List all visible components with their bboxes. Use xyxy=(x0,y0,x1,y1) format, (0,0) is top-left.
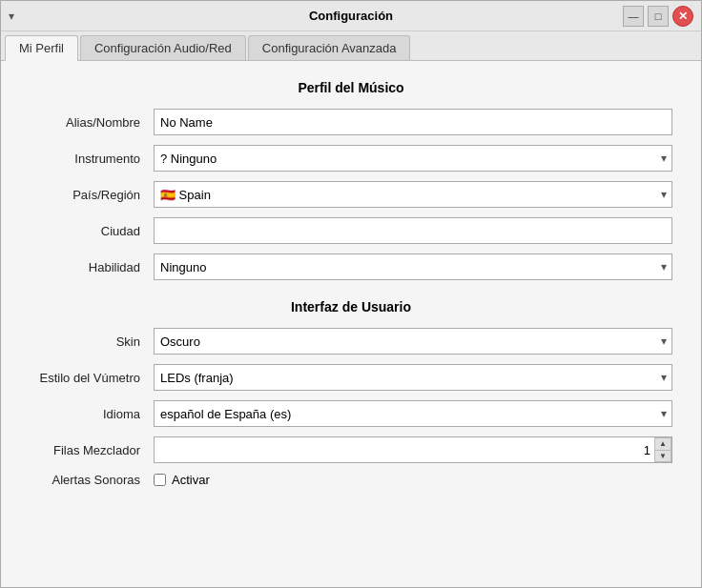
skin-select[interactable]: Oscuro xyxy=(154,328,672,355)
skin-label: Skin xyxy=(30,335,154,349)
alertas-label: Alertas Sonoras xyxy=(30,473,154,487)
skin-select-wrapper: Oscuro xyxy=(154,328,672,355)
close-button[interactable]: ✕ xyxy=(672,6,693,27)
perfil-section-title: Perfil del Músico xyxy=(30,80,672,95)
filas-input[interactable] xyxy=(154,436,672,463)
window-controls: — □ ✕ xyxy=(623,6,693,27)
ciudad-group: Ciudad xyxy=(30,217,672,244)
estilo-label: Estilo del Vúmetro xyxy=(30,371,154,385)
instrumento-select-wrapper: ? Ninguno xyxy=(154,145,672,172)
tab-mi-perfil[interactable]: Mi Perfil xyxy=(5,35,78,61)
tab-avanzada[interactable]: Configuración Avanzada xyxy=(248,35,411,60)
pais-label: País/Región xyxy=(30,188,154,202)
idioma-select[interactable]: español de España (es) xyxy=(154,400,672,427)
filas-spinner-buttons: ▲ ▼ xyxy=(654,437,671,462)
tab-audio-red[interactable]: Configuración Audio/Red xyxy=(80,35,246,60)
habilidad-select[interactable]: Ninguno xyxy=(154,253,672,280)
estilo-group: Estilo del Vúmetro LEDs (franja) xyxy=(30,364,672,391)
alertas-checkbox[interactable] xyxy=(154,474,166,486)
instrumento-label: Instrumento xyxy=(30,152,154,166)
alias-input[interactable] xyxy=(154,109,672,135)
filas-group: Filas Mezclador ▲ ▼ xyxy=(30,436,672,463)
maximize-button[interactable]: □ xyxy=(648,6,669,27)
idioma-label: Idioma xyxy=(30,407,154,421)
habilidad-group: Habilidad Ninguno xyxy=(30,253,672,280)
menu-chevron-icon[interactable]: ▾ xyxy=(9,10,14,23)
ciudad-label: Ciudad xyxy=(30,224,154,238)
estilo-select-wrapper: LEDs (franja) xyxy=(154,364,672,391)
instrumento-group: Instrumento ? Ninguno xyxy=(30,145,672,172)
window-title: Configuración xyxy=(309,9,393,23)
filas-label: Filas Mezclador xyxy=(30,443,154,457)
alias-label: Alias/Nombre xyxy=(30,115,154,130)
window: ▾ Configuración — □ ✕ Mi Perfil Configur… xyxy=(0,0,702,588)
titlebar-left: ▾ xyxy=(9,10,14,23)
pais-select[interactable]: 🇪🇸 Spain xyxy=(154,181,672,208)
titlebar: ▾ Configuración — □ ✕ xyxy=(1,1,701,31)
content-area: Perfil del Músico Alias/Nombre Instrumen… xyxy=(1,61,701,587)
alertas-group: Alertas Sonoras Activar xyxy=(30,473,672,487)
pais-select-wrapper: 🇪🇸 Spain xyxy=(154,181,672,208)
alias-group: Alias/Nombre xyxy=(30,109,672,135)
idioma-group: Idioma español de España (es) xyxy=(30,400,672,427)
habilidad-label: Habilidad xyxy=(30,260,154,274)
instrumento-select[interactable]: ? Ninguno xyxy=(154,145,672,172)
tab-bar: Mi Perfil Configuración Audio/Red Config… xyxy=(1,31,701,61)
ciudad-input[interactable] xyxy=(154,217,672,244)
filas-decrement-button[interactable]: ▼ xyxy=(654,450,671,462)
alertas-checkbox-wrapper: Activar xyxy=(154,473,210,487)
filas-increment-button[interactable]: ▲ xyxy=(654,437,671,450)
estilo-select[interactable]: LEDs (franja) xyxy=(154,364,672,391)
interfaz-section-title: Interfaz de Usuario xyxy=(30,299,672,314)
filas-spinner-wrapper: ▲ ▼ xyxy=(154,436,672,463)
alertas-checkbox-label: Activar xyxy=(172,473,210,487)
idioma-select-wrapper: español de España (es) xyxy=(154,400,672,427)
minimize-button[interactable]: — xyxy=(623,6,644,27)
habilidad-select-wrapper: Ninguno xyxy=(154,253,672,280)
skin-group: Skin Oscuro xyxy=(30,328,672,355)
pais-group: País/Región 🇪🇸 Spain xyxy=(30,181,672,208)
